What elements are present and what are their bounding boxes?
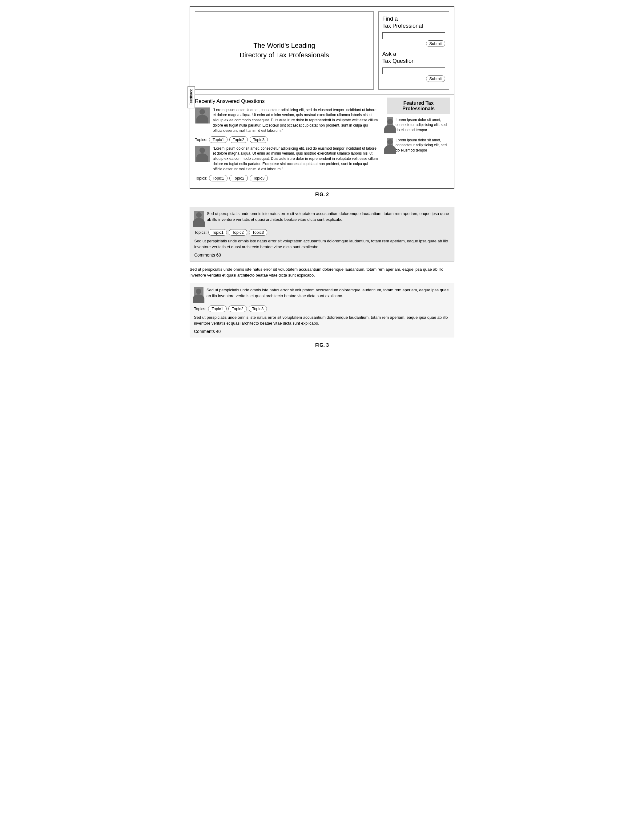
featured-item-2: Lorem ipsum dolor sit amet, consectetur …	[387, 138, 450, 154]
qa2-topic3[interactable]: Topic3	[250, 175, 268, 181]
find-section: Find aTax Professional Submit Ask aTax Q…	[382, 16, 445, 82]
featured-body-2	[384, 145, 396, 154]
featured1-text: Lorem ipsum dolor sit amet, consectetur …	[396, 117, 450, 133]
ask-submit-button[interactable]: Submit	[426, 76, 445, 82]
qa1-text: "Lorem ipsum dolor sit amet, consectetur…	[213, 108, 378, 133]
qa2-text: "Lorem ipsum dolor sit amet, consectetur…	[213, 146, 378, 172]
fig3-body-2	[193, 295, 204, 303]
avatar-head-1	[199, 109, 205, 114]
qa2-topic2[interactable]: Topic2	[229, 175, 248, 181]
fig3-card2-header-text: Sed ut perspiciatis unde omnis iste natu…	[207, 287, 450, 303]
fig3-container: Sed ut perspiciatis unde omnis iste natu…	[190, 207, 454, 337]
fig3-card-2: Sed ut perspiciatis unde omnis iste natu…	[190, 284, 454, 337]
fig3-card2-comments: Comments 40	[194, 329, 450, 334]
fig3-card2-header: Sed ut perspiciatis unde omnis iste natu…	[194, 287, 450, 303]
fig3-body-1	[193, 218, 205, 227]
featured-head-1	[387, 119, 393, 124]
fig2-main: The World's Leading Directory of Tax Pro…	[190, 7, 454, 94]
fig3-card1-comments: Comments 60	[194, 253, 450, 257]
qa1-topic2[interactable]: Topic2	[229, 136, 248, 143]
find-ask-sidebar: Find aTax Professional Submit Ask aTax Q…	[378, 11, 449, 90]
qa1-topic3[interactable]: Topic3	[250, 136, 268, 143]
qa2-topics-row: Topics: Topic1 Topic2 Topic3	[195, 175, 378, 181]
featured-body-1	[384, 125, 396, 133]
hero-section: The World's Leading Directory of Tax Pro…	[195, 11, 374, 90]
featured-item-1: Lorem ipsum dolor sit amet, consectetur …	[387, 117, 450, 133]
avatar-head-2	[199, 147, 205, 153]
fig2-label: FIG. 2	[190, 192, 454, 197]
avatar-2	[195, 146, 210, 162]
qa2-topics-label: Topics:	[195, 176, 207, 181]
find-submit-button[interactable]: Submit	[426, 40, 445, 47]
featured-section: Featured Tax Professionals Lorem ipsum d…	[383, 95, 454, 188]
featured-avatar-2	[387, 138, 393, 154]
fig3-card2-body: Sed ut perspiciatis unde omnis iste natu…	[194, 314, 450, 326]
ask-input[interactable]	[382, 67, 445, 74]
qa-item-1: "Lorem ipsum dolor sit amet, consectetur…	[195, 108, 378, 133]
fig3-card1-topic3[interactable]: Topic3	[249, 229, 267, 236]
qa2-topic1[interactable]: Topic1	[209, 175, 228, 181]
fig2-bottom: Recently Answered Questions "Lorem ipsum…	[190, 94, 454, 188]
avatar-1	[195, 108, 210, 124]
fig3-card2-topic1[interactable]: Topic1	[208, 306, 226, 312]
fig3-card1-header: Sed ut perspiciatis unde omnis iste natu…	[194, 211, 450, 227]
qa1-topics-label: Topics:	[195, 137, 207, 142]
fig3-head-2	[196, 288, 201, 294]
fig3-card1-topic1[interactable]: Topic1	[209, 229, 227, 236]
find-input[interactable]	[382, 32, 445, 39]
avatar-body-2	[196, 154, 208, 162]
featured-head-2	[387, 139, 393, 145]
fig3-card1-topics-label: Topics:	[194, 230, 207, 235]
fig3-card1-topics-row: Topics: Topic1 Topic2 Topic3	[194, 229, 450, 236]
hero-title: The World's Leading Directory of Tax Pro…	[239, 41, 329, 60]
qa1-topic1[interactable]: Topic1	[209, 136, 228, 143]
fig3-card2-topic3[interactable]: Topic3	[249, 306, 267, 312]
find-title: Find aTax Professional	[382, 16, 445, 30]
fig3-avatar-2	[194, 287, 204, 303]
fig3-head-1	[196, 212, 202, 218]
ask-title: Ask aTax Question	[382, 51, 445, 65]
fig3-card2-topic2[interactable]: Topic2	[228, 306, 247, 312]
fig3-plain-text-1: Sed ut perspiciatis unde omnis iste natu…	[190, 266, 454, 279]
fig3-card1-topic2[interactable]: Topic2	[229, 229, 247, 236]
fig3-card2-topics-row: Topics: Topic1 Topic2 Topic3	[194, 306, 450, 312]
fig3-label: FIG. 3	[190, 342, 454, 348]
featured2-text: Lorem ipsum dolor sit amet, consectetur …	[396, 138, 450, 154]
featured-title: Featured Tax Professionals	[387, 98, 450, 114]
fig3-card-1: Sed ut perspiciatis unde omnis iste natu…	[190, 207, 454, 261]
fig3-card2-topics-label: Topics:	[194, 306, 206, 311]
qa-item-2: "Lorem ipsum dolor sit amet, consectetur…	[195, 146, 378, 172]
recently-answered-title: Recently Answered Questions	[195, 98, 378, 105]
featured-avatar-1	[387, 117, 393, 133]
fig3-card1-header-text: Sed ut perspiciatis unde omnis iste natu…	[207, 211, 450, 227]
recently-answered-section: Recently Answered Questions "Lorem ipsum…	[190, 95, 383, 188]
fig3-card1-body: Sed ut perspiciatis unde omnis iste natu…	[194, 238, 450, 250]
avatar-body-1	[196, 115, 208, 124]
fig2-container: Feedback The World's Leading Directory o…	[190, 6, 454, 189]
feedback-tab[interactable]: Feedback	[187, 87, 195, 108]
fig3-avatar-1	[194, 211, 204, 227]
qa1-topics-row: Topics: Topic1 Topic2 Topic3	[195, 136, 378, 143]
